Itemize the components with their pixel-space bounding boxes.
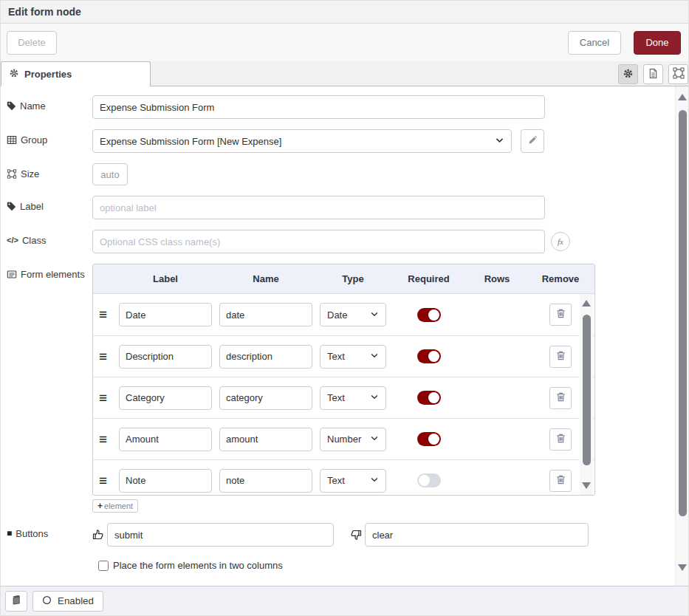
element-name-input[interactable] (219, 428, 312, 451)
scrollbar-thumb[interactable] (583, 315, 591, 465)
label-row: Label (7, 196, 669, 219)
required-toggle[interactable] (417, 391, 441, 405)
required-toggle[interactable] (417, 308, 441, 322)
tab-bar: Properties (1, 61, 688, 86)
element-type-select[interactable]: Date (320, 303, 386, 326)
element-type-select[interactable]: Text (320, 386, 386, 410)
two-columns-row: Place the form elements in two columns (98, 560, 669, 571)
properties-panel: Name Group Expense Submission Form [New … (1, 86, 688, 587)
two-columns-label[interactable]: Place the form elements in two columns (113, 560, 283, 571)
dialog-footer: Enabled (1, 586, 688, 615)
element-type-select[interactable]: Text (320, 469, 386, 493)
appearance-button[interactable] (668, 64, 688, 84)
book-icon (11, 595, 21, 607)
size-auto-button[interactable]: auto (92, 163, 128, 185)
list-alt-icon (7, 269, 17, 282)
delete-element-button[interactable] (549, 387, 572, 409)
table-body: ≡ Date ≡ Text (93, 294, 594, 495)
panel-scrollbar[interactable] (675, 86, 688, 587)
table-header: Label Name Type Required Rows Remove (93, 264, 594, 294)
element-name-input[interactable] (219, 345, 312, 369)
element-label-input[interactable] (119, 345, 212, 369)
trash-icon (555, 308, 566, 321)
drag-handle-icon[interactable]: ≡ (93, 390, 115, 406)
delete-button[interactable]: Delete (7, 31, 57, 55)
element-name-input[interactable] (219, 386, 312, 410)
description-doc-button[interactable] (643, 64, 663, 84)
form-elements-row: Form elements Label Name Type Required R… (7, 264, 669, 513)
drag-handle-icon[interactable]: ≡ (93, 431, 115, 448)
cancel-button[interactable]: Cancel (568, 31, 621, 55)
element-type-select[interactable]: Text (320, 345, 386, 369)
tab-properties[interactable]: Properties (1, 61, 151, 86)
tab-icon-buttons (618, 64, 688, 84)
thumbs-up-icon (92, 529, 104, 541)
size-label: Size (7, 163, 92, 182)
clear-button-input[interactable] (365, 523, 589, 547)
element-type-value: Text (327, 475, 345, 486)
delete-element-button[interactable] (549, 470, 572, 492)
done-button[interactable]: Done (634, 31, 681, 55)
required-toggle[interactable] (417, 349, 441, 363)
element-type-value: Date (327, 309, 347, 321)
properties-gear-button[interactable] (618, 64, 638, 84)
class-input[interactable] (92, 230, 545, 253)
drag-handle-icon[interactable]: ≡ (93, 349, 115, 365)
two-columns-checkbox[interactable] (98, 561, 109, 571)
element-label-input[interactable] (119, 303, 212, 326)
scroll-up-icon[interactable] (678, 94, 687, 100)
edit-group-button[interactable] (521, 129, 544, 153)
name-row: Name (7, 95, 669, 119)
col-type: Type (316, 273, 390, 284)
name-label: Name (7, 95, 92, 114)
name-input[interactable] (92, 95, 545, 119)
add-element-button[interactable]: +element (92, 499, 138, 513)
delete-element-button[interactable] (549, 304, 572, 326)
drag-handle-icon[interactable]: ≡ (93, 307, 115, 323)
label-input[interactable] (92, 196, 545, 219)
required-toggle[interactable] (417, 432, 441, 446)
circle-icon (42, 595, 52, 607)
col-remove: Remove (527, 273, 594, 284)
element-label-input[interactable] (119, 469, 212, 493)
expression-fx-button[interactable]: fx (551, 232, 570, 251)
drag-handle-icon[interactable]: ≡ (93, 473, 115, 489)
delete-element-button[interactable] (549, 428, 572, 451)
group-select[interactable]: Expense Submission Form [New Expense] (92, 129, 512, 153)
buttons-row: ■ Buttons (7, 523, 669, 547)
scrollbar-thumb[interactable] (679, 110, 687, 516)
form-element-row: ≡ Text (93, 377, 594, 418)
element-type-select[interactable]: Number (320, 428, 386, 451)
scroll-down-icon[interactable] (678, 564, 687, 571)
form-element-row: ≡ Text (93, 335, 594, 377)
col-required: Required (390, 273, 467, 284)
label-label: Label (7, 196, 92, 214)
col-name: Name (216, 273, 316, 284)
enabled-toggle-button[interactable]: Enabled (32, 591, 103, 612)
gear-icon (623, 68, 634, 81)
dialog-title: Edit form node (8, 6, 81, 18)
size-row: Size auto (7, 163, 669, 185)
element-label-input[interactable] (119, 428, 212, 451)
code-icon: </> (7, 235, 18, 246)
trash-icon (555, 474, 566, 487)
required-toggle[interactable] (417, 473, 441, 487)
table-grid-icon (7, 134, 17, 148)
scroll-down-icon[interactable] (582, 482, 591, 489)
element-label-input[interactable] (119, 386, 212, 410)
submit-button-input[interactable] (107, 523, 334, 547)
group-row: Group Expense Submission Form [New Expen… (7, 129, 669, 153)
delete-element-button[interactable] (549, 346, 572, 368)
dialog-toolbar: Delete Cancel Done (1, 24, 688, 61)
node-help-button[interactable] (5, 591, 27, 612)
object-group-icon (7, 168, 17, 182)
element-type-value: Number (327, 434, 361, 445)
element-name-input[interactable] (219, 303, 312, 326)
form-element-row: ≡ Text (93, 459, 594, 495)
table-scrollbar[interactable] (580, 294, 593, 495)
element-name-input[interactable] (219, 469, 312, 493)
buttons-label: ■ Buttons (7, 523, 92, 540)
trash-icon (555, 433, 566, 446)
scroll-up-icon[interactable] (582, 300, 591, 307)
thumbs-down-icon (350, 529, 362, 541)
